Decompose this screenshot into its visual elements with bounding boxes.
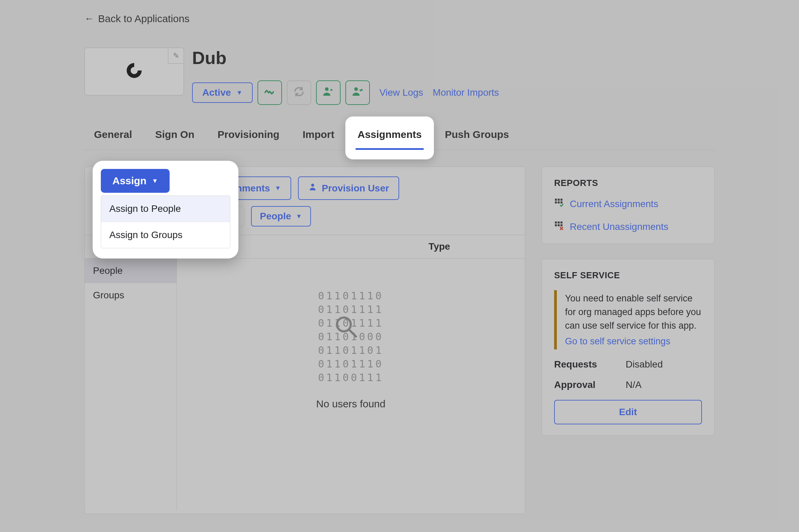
people-filter-dropdown[interactable]: People ▼ bbox=[251, 206, 311, 226]
person-up-icon bbox=[322, 85, 334, 100]
grid-x-icon bbox=[554, 221, 564, 233]
back-link-label: Back to Applications bbox=[98, 13, 190, 25]
filter-groups[interactable]: Groups bbox=[85, 283, 176, 308]
self-service-edit-button[interactable]: Edit bbox=[554, 400, 702, 424]
approval-label: Approval bbox=[554, 379, 626, 390]
assign-to-groups-option[interactable]: Assign to Groups bbox=[101, 222, 230, 248]
self-service-title: SELF SERVICE bbox=[554, 270, 702, 281]
status-dropdown[interactable]: Active ▼ bbox=[192, 82, 253, 103]
svg-point-2 bbox=[311, 184, 314, 187]
caret-down-icon: ▼ bbox=[236, 89, 242, 96]
handshake-action-button[interactable] bbox=[257, 80, 282, 105]
magnifier-icon bbox=[334, 314, 360, 344]
refresh-icon bbox=[293, 85, 305, 100]
person-icon bbox=[308, 183, 317, 194]
people-filter-label: People bbox=[260, 211, 291, 222]
assign-dropdown: Assign to People Assign to Groups bbox=[101, 195, 230, 248]
caret-down-icon: ▼ bbox=[152, 177, 158, 185]
requests-label: Requests bbox=[554, 359, 626, 370]
tab-general[interactable]: General bbox=[92, 123, 134, 150]
app-logo-icon bbox=[124, 61, 144, 82]
app-title: Dub bbox=[192, 48, 499, 68]
self-service-card: SELF SERVICE You need to enable self ser… bbox=[542, 259, 715, 436]
assign-label: Assign bbox=[112, 175, 146, 187]
svg-rect-15 bbox=[561, 221, 563, 223]
self-service-note: You need to enable self service for org … bbox=[554, 290, 702, 349]
person-down-icon bbox=[351, 85, 364, 100]
binary-art: 01101110 01101111 01101111 01101000 0110… bbox=[318, 289, 384, 385]
reports-title: REPORTS bbox=[554, 178, 702, 188]
view-logs-link[interactable]: View Logs bbox=[379, 87, 423, 98]
svg-rect-17 bbox=[558, 224, 560, 226]
svg-rect-16 bbox=[555, 224, 557, 226]
svg-rect-13 bbox=[555, 221, 557, 223]
assign-to-people-option[interactable]: Assign to People bbox=[101, 196, 230, 222]
grid-icon bbox=[554, 198, 564, 210]
svg-rect-14 bbox=[558, 221, 560, 223]
refresh-action-button[interactable] bbox=[287, 80, 311, 105]
edit-logo-button[interactable]: ✎ bbox=[168, 48, 184, 64]
tab-assignments[interactable]: Assignments bbox=[356, 123, 424, 150]
svg-rect-11 bbox=[558, 202, 560, 204]
assign-popover: Assign ▼ Assign to People Assign to Grou… bbox=[93, 161, 238, 259]
requests-value: Disabled bbox=[626, 359, 663, 370]
caret-down-icon: ▼ bbox=[296, 213, 302, 220]
empty-state: 01101110 01101111 01101111 01101000 0110… bbox=[177, 259, 525, 511]
svg-rect-7 bbox=[555, 199, 557, 201]
svg-rect-12 bbox=[561, 202, 563, 204]
person-down-action-button[interactable] bbox=[345, 80, 370, 105]
approval-value: N/A bbox=[626, 379, 642, 390]
svg-point-1 bbox=[354, 87, 358, 91]
reports-card: REPORTS Current Assignments Recent Unass… bbox=[542, 167, 715, 244]
note-text: You need to enable self service for org … bbox=[565, 293, 701, 331]
recent-unassignments-link[interactable]: Recent Unassignments bbox=[554, 221, 702, 233]
empty-message: No users found bbox=[316, 398, 385, 410]
svg-point-0 bbox=[325, 87, 329, 91]
filters-sidebar: People Groups bbox=[85, 259, 177, 511]
monitor-imports-link[interactable]: Monitor Imports bbox=[433, 87, 499, 98]
tab-push-groups[interactable]: Push Groups bbox=[443, 123, 511, 150]
app-tabs: General Sign On Provisioning Import Assi… bbox=[84, 123, 715, 150]
filter-people[interactable]: People bbox=[85, 259, 176, 283]
svg-rect-8 bbox=[558, 199, 560, 201]
pencil-icon: ✎ bbox=[173, 51, 179, 60]
back-to-applications-link[interactable]: ← Back to Applications bbox=[84, 13, 190, 25]
current-assignments-link[interactable]: Current Assignments bbox=[554, 198, 702, 210]
handshake-icon bbox=[264, 85, 276, 100]
tab-sign-on[interactable]: Sign On bbox=[153, 123, 197, 150]
tab-provisioning[interactable]: Provisioning bbox=[216, 123, 282, 150]
svg-line-6 bbox=[349, 330, 357, 337]
type-header: Type bbox=[354, 235, 525, 258]
arrow-left-icon: ← bbox=[84, 13, 94, 24]
current-assignments-label: Current Assignments bbox=[570, 199, 658, 209]
status-label: Active bbox=[202, 87, 231, 98]
person-up-action-button[interactable] bbox=[316, 80, 341, 105]
app-logo-box: ✎ bbox=[84, 48, 184, 95]
svg-rect-18 bbox=[561, 224, 563, 226]
caret-down-icon: ▼ bbox=[275, 185, 281, 192]
provision-label: Provision User bbox=[322, 183, 389, 194]
svg-point-5 bbox=[337, 317, 351, 331]
tab-import[interactable]: Import bbox=[300, 123, 336, 150]
self-service-settings-link[interactable]: Go to self service settings bbox=[565, 334, 670, 348]
assign-button-open[interactable]: Assign ▼ bbox=[101, 169, 170, 193]
provision-user-button[interactable]: Provision User bbox=[298, 176, 400, 200]
active-tab-underline bbox=[356, 148, 424, 150]
svg-rect-10 bbox=[555, 202, 557, 204]
recent-unassignments-label: Recent Unassignments bbox=[570, 221, 668, 232]
svg-rect-9 bbox=[561, 199, 563, 201]
